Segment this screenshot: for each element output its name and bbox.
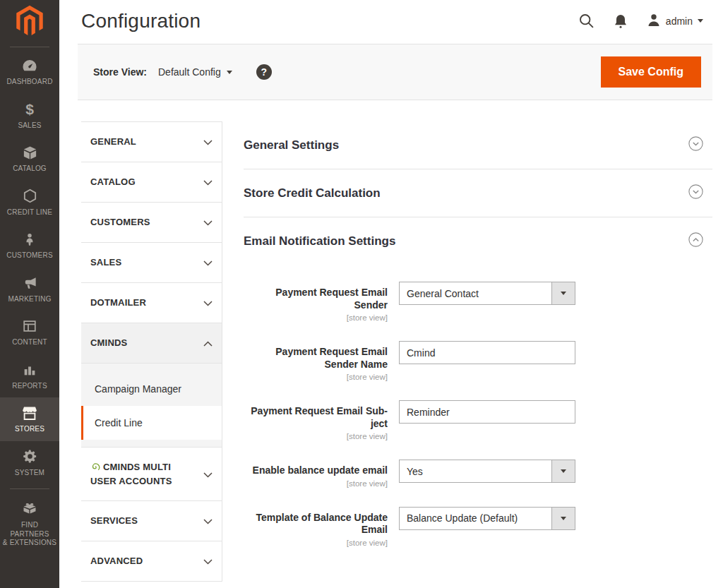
select-arrow-button[interactable] [551, 460, 575, 482]
admin-sidebar: DASHBOARD $ SALES CATALOG CREDIT LINE CU… [0, 0, 59, 588]
dashboard-icon [21, 56, 38, 75]
sidebar-item-content[interactable]: CONTENT [0, 311, 59, 354]
config-nav-cminds-multi-user-accounts[interactable]: CMINDS MULTI USER ACCOUNTS [81, 448, 222, 501]
sidebar-item-sales[interactable]: $ SALES [0, 94, 59, 138]
sidebar-item-stores[interactable]: STORES [0, 397, 59, 441]
field-payment-request-email-sender: Payment Request Email Sender [store view… [244, 282, 712, 322]
expand-section-icon[interactable] [688, 184, 703, 202]
chevron-down-icon [203, 296, 213, 309]
config-nav-dotmailer[interactable]: DOTMAILER [81, 283, 222, 323]
sidebar-item-reports[interactable]: REPORTS [0, 354, 59, 398]
admin-username: admin [666, 16, 693, 27]
chevron-down-icon [698, 19, 703, 23]
store-view-label: Store View: [93, 66, 147, 78]
config-nav-customers[interactable]: CUSTOMERS [81, 203, 222, 243]
sidebar-item-marketing[interactable]: MARKETING [0, 268, 59, 311]
payment-request-email-sender-name-input[interactable] [399, 341, 575, 364]
extensions-icon [21, 500, 38, 518]
field-payment-request-email-sender-name: Payment Request Email Sender Name [store… [244, 341, 712, 381]
field-scope: [store view] [244, 479, 388, 488]
sidebar-item-label: SALES [18, 121, 41, 131]
section-general-settings[interactable]: General Settings [244, 121, 712, 169]
chevron-down-icon [203, 136, 213, 148]
sidebar-item-find-partners[interactable]: FIND PARTNERS & EXTENSIONS [0, 493, 59, 555]
field-label: Payment Request Email Sub- ject [244, 405, 388, 430]
field-label: Template of Balance Update Email [244, 512, 388, 536]
chevron-down-icon [203, 555, 213, 568]
enable-balance-update-email-select[interactable]: Yes [399, 460, 575, 483]
config-nav-campaign-manager[interactable]: Campaign Manager [81, 372, 222, 406]
expand-section-icon[interactable] [688, 136, 703, 154]
help-icon[interactable]: ? [256, 64, 272, 80]
sidebar-item-label: CREDIT LINE [7, 208, 52, 217]
notifications-bell-icon[interactable] [614, 13, 628, 29]
reports-icon [22, 361, 37, 379]
sidebar-item-system[interactable]: SYSTEM [0, 441, 59, 485]
field-label: Payment Request Email Sender Name [244, 346, 388, 371]
chevron-down-icon [203, 176, 213, 188]
sidebar-item-label: FIND PARTNERS & EXTENSIONS [1, 521, 58, 548]
template-of-balance-update-email-select[interactable]: Balance Update (Default) [399, 507, 575, 530]
section-email-notification-settings[interactable]: Email Notification Settings [244, 217, 712, 265]
config-nav-cminds-submenu: Campaign Manager Credit Line [81, 364, 222, 448]
config-nav-general[interactable]: GENERAL [81, 122, 222, 162]
customers-icon [22, 230, 37, 248]
header-actions: admin [578, 8, 703, 29]
config-nav-services[interactable]: SERVICES [81, 501, 222, 541]
sidebar-item-credit-line[interactable]: CREDIT LINE [0, 181, 59, 224]
payment-request-email-sender-select[interactable]: General Contact [399, 282, 575, 305]
sidebar-item-label: REPORTS [12, 382, 47, 391]
page-header: Configuration admin [59, 0, 723, 44]
field-label: Enable balance update email [244, 464, 388, 477]
sidebar-item-dashboard[interactable]: DASHBOARD [0, 50, 59, 94]
sidebar-item-label: STORES [15, 425, 44, 434]
sidebar-item-customers[interactable]: CUSTOMERS [0, 224, 59, 268]
chevron-down-icon [561, 517, 566, 520]
marketing-icon [22, 274, 38, 292]
catalog-icon [22, 143, 38, 162]
select-arrow-button[interactable] [551, 282, 575, 304]
section-store-credit-calculation[interactable]: Store Credit Calculation [244, 169, 712, 217]
sidebar-item-catalog[interactable]: CATALOG [0, 137, 59, 181]
config-nav-catalog[interactable]: CATALOG [81, 162, 222, 203]
chevron-down-icon [203, 468, 213, 481]
sidebar-item-label: DASHBOARD [6, 78, 52, 87]
chevron-up-icon [203, 337, 213, 349]
email-notification-form: Payment Request Email Sender [store view… [244, 265, 712, 573]
config-nav-advanced[interactable]: ADVANCED [81, 541, 222, 582]
sales-icon: $ [25, 100, 34, 119]
field-template-of-balance-update-email: Template of Balance Update Email [store … [244, 507, 712, 547]
config-nav-credit-line[interactable]: Credit Line [81, 406, 222, 440]
config-nav-cminds[interactable]: CMINDS [81, 323, 222, 364]
config-nav-sales[interactable]: SALES [81, 243, 222, 283]
field-label: Payment Request Email Sender [244, 287, 388, 311]
store-view-value: Default Config [158, 66, 221, 78]
content-icon [22, 317, 37, 335]
page-actions-toolbar: Store View: Default Config ? Save Config [78, 44, 712, 100]
system-icon [22, 448, 38, 466]
sidebar-item-label: MARKETING [8, 295, 51, 304]
sidebar-item-label: CATALOG [13, 164, 47, 174]
save-config-button[interactable]: Save Config [601, 56, 701, 88]
payment-request-email-subject-input[interactable] [399, 400, 575, 424]
magento-logo-icon [15, 5, 44, 42]
sidebar-item-label: SYSTEM [15, 469, 44, 478]
field-scope: [store view] [244, 539, 388, 547]
magento-logo[interactable] [0, 0, 59, 47]
admin-account-menu[interactable]: admin [647, 13, 703, 29]
select-arrow-button[interactable] [551, 508, 575, 529]
chevron-down-icon [561, 469, 566, 473]
field-scope: [store view] [244, 432, 388, 440]
sidebar-divider [10, 488, 49, 489]
field-payment-request-email-subject: Payment Request Email Sub- ject [store v… [244, 400, 712, 440]
field-scope: [store view] [244, 373, 388, 381]
collapse-section-icon[interactable] [688, 232, 703, 250]
chevron-down-icon [203, 515, 213, 527]
user-icon [647, 13, 661, 29]
store-view-switcher[interactable]: Default Config [158, 66, 232, 78]
sidebar-item-label: CONTENT [12, 338, 47, 347]
green-spiral-icon [90, 462, 100, 475]
chevron-down-icon [227, 71, 232, 74]
search-icon[interactable] [578, 13, 594, 29]
field-scope: [store view] [244, 313, 388, 322]
